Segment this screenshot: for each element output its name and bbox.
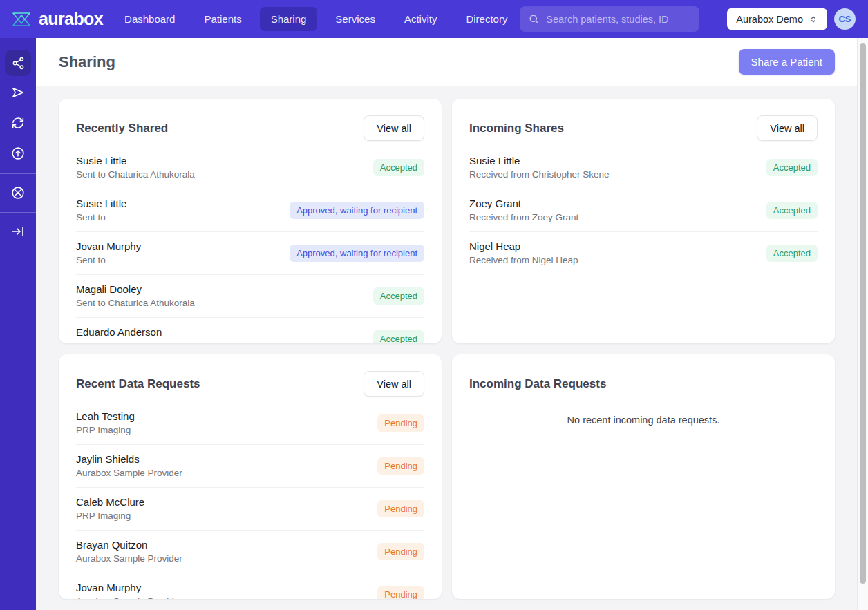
search-input[interactable] — [546, 14, 691, 25]
list-item[interactable]: Caleb McClurePRP ImagingPending — [76, 487, 424, 530]
nav-item-services[interactable]: Services — [324, 7, 386, 31]
page-header: Sharing Share a Patient — [36, 38, 857, 86]
scrollbar[interactable] — [857, 38, 868, 610]
nav-item-activity[interactable]: Activity — [393, 7, 449, 31]
sidebar-item-sync[interactable] — [10, 115, 26, 131]
list-item[interactable]: Nigel HeapReceived from Nigel HeapAccept… — [469, 231, 818, 274]
patient-name: Magali Dooley — [76, 283, 195, 295]
nav-item-sharing[interactable]: Sharing — [260, 7, 318, 31]
row-detail: PRP Imaging — [76, 511, 144, 521]
list-item[interactable]: Susie LittleSent toApproved, waiting for… — [76, 189, 424, 231]
global-search[interactable] — [520, 6, 699, 32]
status-badge: Pending — [377, 457, 424, 475]
view-all-button[interactable]: View all — [364, 115, 424, 141]
row-detail: Received from Zoey Grant — [469, 212, 578, 222]
status-badge: Accepted — [373, 159, 424, 176]
list-item[interactable]: Jaylin ShieldsAurabox Sample ProviderPen… — [76, 444, 424, 487]
patient-name: Susie Little — [76, 155, 195, 166]
view-all-button[interactable]: View all — [364, 371, 424, 397]
topbar: aurabox DashboardPatientsSharingServices… — [0, 0, 868, 38]
list-item[interactable]: Eduardo AndersonSent to Chris SkeneAccep… — [76, 317, 424, 343]
status-badge: Pending — [377, 543, 424, 560]
patient-name: Caleb McClure — [76, 496, 144, 508]
card-title: Recently Shared — [76, 122, 168, 135]
row-detail: Sent to — [76, 212, 126, 222]
list-item[interactable]: Jovan MurphySent toApproved, waiting for… — [76, 231, 424, 274]
share-patient-button[interactable]: Share a Patient — [739, 49, 835, 75]
user-avatar[interactable]: CS — [834, 8, 856, 30]
status-badge: Approved, waiting for recipient — [290, 245, 424, 262]
sidebar-item-upload[interactable] — [10, 146, 26, 161]
patient-name: Jaylin Shields — [76, 453, 182, 465]
org-selector-label: Aurabox Demo — [736, 14, 803, 25]
status-badge: Pending — [377, 500, 424, 517]
main-content: Recently Shared View all Susie LittleSen… — [36, 86, 857, 610]
search-icon — [528, 13, 540, 25]
list-item[interactable]: Jovan MurphyAurabox Sample ProviderPendi… — [76, 573, 424, 599]
row-detail: Received from Christopher Skene — [469, 169, 610, 180]
view-all-button[interactable]: View all — [757, 115, 818, 141]
row-detail: Sent to Chaturica Athukorala — [76, 169, 195, 180]
brand-name: aurabox — [39, 9, 103, 29]
card-incoming-data-requests: Incoming Data Requests No recent incomin… — [452, 354, 835, 599]
list-item[interactable]: Zoey GrantReceived from Zoey GrantAccept… — [469, 189, 818, 231]
patient-name: Leah Testing — [76, 410, 135, 422]
sync-icon — [10, 115, 26, 131]
page-title: Sharing — [59, 53, 115, 71]
card-title: Recent Data Requests — [76, 377, 200, 391]
nav-item-dashboard[interactable]: Dashboard — [113, 7, 186, 31]
patient-name: Brayan Quitzon — [76, 539, 182, 551]
empty-state-message: No recent incoming data requests. — [469, 414, 818, 426]
status-badge: Accepted — [766, 245, 818, 262]
status-badge: Pending — [377, 414, 424, 432]
patient-name: Eduardo Anderson — [76, 326, 162, 338]
patient-name: Susie Little — [469, 155, 610, 166]
status-badge: Accepted — [373, 330, 424, 344]
upload-circle-icon — [10, 146, 26, 161]
row-detail: Sent to Chris Skene — [76, 341, 162, 343]
brand-logo-icon — [10, 8, 33, 31]
org-selector[interactable]: Aurabox Demo — [727, 8, 827, 30]
network-globe-icon — [10, 185, 26, 200]
row-detail: Aurabox Sample Provider — [76, 553, 182, 564]
sidebar — [0, 38, 36, 610]
status-badge: Accepted — [373, 287, 424, 305]
patient-name: Jovan Murphy — [76, 582, 182, 593]
card-title: Incoming Shares — [469, 122, 564, 135]
sidebar-item-sharing[interactable] — [5, 50, 31, 76]
list-item[interactable]: Susie LittleSent to Chaturica Athukorala… — [76, 146, 424, 189]
card-incoming-shares: Incoming Shares View all Susie LittleRec… — [452, 99, 835, 343]
patient-name: Jovan Murphy — [76, 240, 141, 252]
row-detail: Sent to — [76, 255, 141, 265]
sidebar-divider — [0, 212, 36, 213]
share-icon — [11, 56, 26, 70]
row-detail: Aurabox Sample Provider — [76, 596, 182, 599]
brand-logo[interactable]: aurabox — [10, 8, 103, 31]
patient-name: Zoey Grant — [469, 198, 578, 209]
status-badge: Pending — [377, 586, 424, 600]
status-badge: Accepted — [766, 159, 818, 176]
status-badge: Accepted — [766, 202, 818, 219]
sidebar-item-exit[interactable] — [10, 224, 26, 239]
nav-item-patients[interactable]: Patients — [193, 7, 252, 31]
row-detail: Received from Nigel Heap — [469, 255, 578, 265]
sidebar-item-network[interactable] — [10, 185, 26, 200]
chevron-updown-icon — [809, 15, 818, 24]
sidebar-divider — [0, 173, 36, 174]
patient-name: Nigel Heap — [469, 240, 578, 252]
card-recent-data-requests: Recent Data Requests View all Leah Testi… — [59, 354, 442, 599]
nav-item-directory[interactable]: Directory — [455, 7, 518, 31]
log-in-arrow-icon — [10, 224, 26, 239]
top-navigation: DashboardPatientsSharingServicesActivity… — [113, 7, 518, 31]
row-detail: PRP Imaging — [76, 425, 135, 435]
list-item[interactable]: Leah TestingPRP ImagingPending — [76, 402, 424, 444]
status-badge: Approved, waiting for recipient — [290, 202, 424, 219]
send-icon — [10, 85, 26, 100]
list-item[interactable]: Magali DooleySent to Chaturica Athukoral… — [76, 274, 424, 317]
sidebar-item-send[interactable] — [10, 85, 26, 100]
row-detail: Sent to Chaturica Athukorala — [76, 298, 195, 308]
card-title: Incoming Data Requests — [469, 377, 606, 391]
scrollbar-thumb[interactable] — [860, 43, 866, 584]
list-item[interactable]: Brayan QuitzonAurabox Sample ProviderPen… — [76, 530, 424, 573]
list-item[interactable]: Susie LittleReceived from Christopher Sk… — [469, 146, 818, 189]
